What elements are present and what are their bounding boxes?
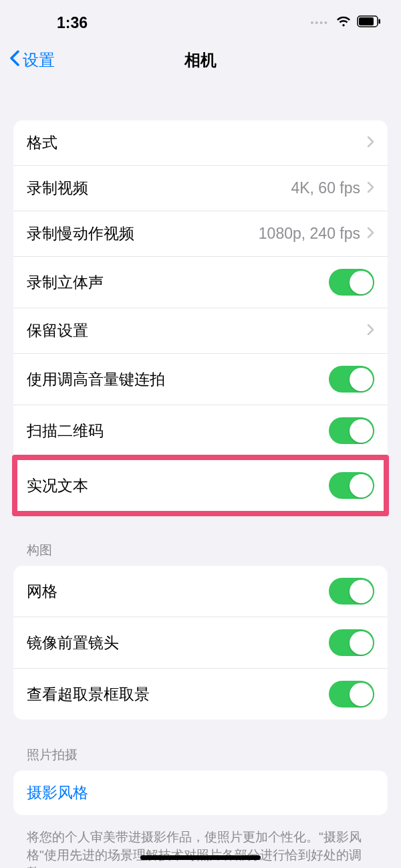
row-preserve-settings[interactable]: 保留设置: [13, 308, 388, 354]
settings-group-composition: 网格 镜像前置镜头 查看超取景框取景: [13, 566, 388, 720]
page-title: 相机: [184, 49, 217, 71]
section-header-composition: 构图: [13, 542, 388, 566]
row-label: 摄影风格: [27, 782, 88, 803]
cellular-dots-icon: ••••: [310, 17, 329, 28]
highlighted-live-text: 实况文本: [12, 455, 389, 516]
row-value: 1080p, 240 fps: [259, 225, 360, 243]
row-label: 使用调高音量键连拍: [27, 369, 165, 390]
row-label: 实况文本: [27, 475, 88, 496]
row-grid: 网格: [13, 566, 388, 617]
row-label: 录制慢动作视频: [27, 223, 134, 244]
row-label: 录制立体声: [27, 272, 104, 293]
section-footer-photo-capture: 将您的个人审美带进摄影作品，使照片更加个性化。"摄影风格"使用先进的场景理解技术…: [13, 822, 388, 868]
battery-icon: [357, 15, 381, 30]
wifi-icon: [336, 15, 352, 31]
row-record-slomo[interactable]: 录制慢动作视频 1080p, 240 fps: [13, 211, 388, 257]
row-stereo-sound: 录制立体声: [13, 257, 388, 308]
row-label: 保留设置: [27, 320, 88, 341]
row-live-text: 实况文本: [17, 460, 384, 511]
home-indicator[interactable]: [140, 855, 261, 860]
status-indicators: ••••: [310, 15, 381, 31]
svg-rect-1: [359, 17, 374, 25]
toggle-scan-qr[interactable]: [329, 417, 374, 444]
row-mirror-front: 镜像前置镜头: [13, 617, 388, 669]
toggle-view-outside-frame[interactable]: [329, 681, 374, 708]
row-label: 网格: [27, 581, 57, 602]
row-value: 4K, 60 fps: [291, 179, 360, 197]
chevron-left-icon: [9, 50, 20, 70]
svg-rect-2: [379, 19, 381, 24]
toggle-volume-burst[interactable]: [329, 366, 374, 393]
status-time: 1:36: [57, 14, 88, 32]
row-label: 录制视频: [27, 178, 88, 199]
navigation-bar: 设置 相机: [0, 40, 401, 87]
row-photographic-styles[interactable]: 摄影风格: [13, 770, 388, 815]
row-label: 格式: [27, 132, 57, 153]
back-button[interactable]: 设置: [9, 49, 55, 71]
row-volume-burst: 使用调高音量键连拍: [13, 354, 388, 405]
chevron-right-icon: [367, 136, 374, 150]
chevron-right-icon: [367, 227, 374, 241]
back-label: 设置: [23, 49, 55, 71]
toggle-stereo-sound[interactable]: [329, 269, 374, 296]
chevron-right-icon: [367, 181, 374, 196]
section-header-photo-capture: 照片拍摄: [13, 746, 388, 770]
toggle-grid[interactable]: [329, 578, 374, 605]
row-label: 查看超取景框取景: [27, 684, 150, 705]
row-scan-qr: 扫描二维码: [13, 405, 388, 456]
row-formats[interactable]: 格式: [13, 120, 388, 166]
row-label: 镜像前置镜头: [27, 633, 119, 653]
row-label: 扫描二维码: [27, 421, 104, 441]
settings-group-main: 格式 录制视频 4K, 60 fps 录制慢动作视频 1080p, 240 fp…: [13, 120, 388, 456]
row-view-outside-frame: 查看超取景框取景: [13, 669, 388, 720]
toggle-mirror-front[interactable]: [329, 629, 374, 656]
settings-group-photo-capture: 摄影风格: [13, 770, 388, 815]
status-bar: 1:36 ••••: [0, 0, 401, 40]
chevron-right-icon: [367, 324, 374, 338]
toggle-live-text[interactable]: [329, 472, 374, 499]
row-record-video[interactable]: 录制视频 4K, 60 fps: [13, 166, 388, 211]
